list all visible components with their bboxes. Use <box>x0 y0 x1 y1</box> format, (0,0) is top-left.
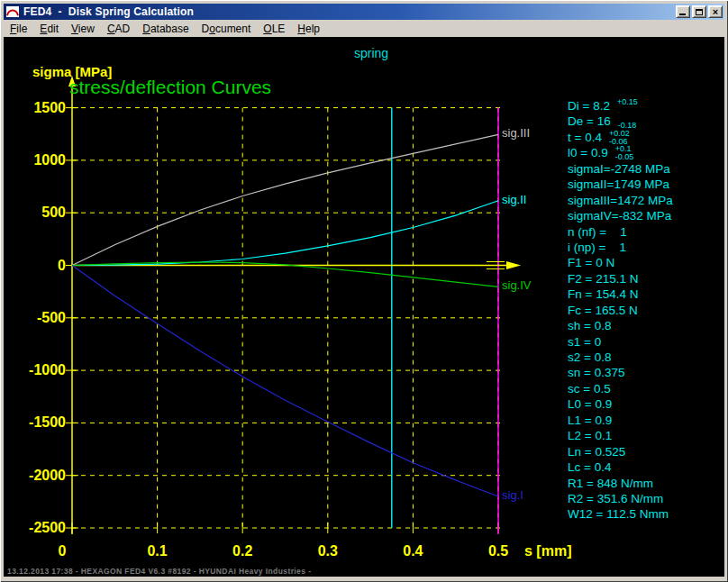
status-bar: 13.12.2013 17:38 - HEXAGON FED4 V6.3 #81… <box>7 567 311 576</box>
menu-item-view[interactable]: View <box>65 21 101 37</box>
minimize-icon <box>679 14 686 15</box>
menu-item-document[interactable]: Document <box>196 21 258 37</box>
panel-line: sigmaIV=-832 MPa <box>568 209 673 224</box>
panel-line: sigmaIII=1472 MPa <box>568 194 673 209</box>
panel-line: L0 = 0.9 <box>568 397 673 413</box>
panel-line: sigmaII=1749 MPa <box>568 177 673 193</box>
panel-line: s2 = 0.8 <box>568 350 673 366</box>
close-icon: × <box>713 7 718 17</box>
panel-line: sc = 0.5 <box>568 382 673 397</box>
maximize-icon <box>696 9 703 15</box>
close-button[interactable]: × <box>708 5 723 18</box>
maximize-button[interactable] <box>692 5 706 18</box>
menu-item-file[interactable]: File <box>4 21 33 37</box>
title-bar[interactable]: FED4 - Disk Spring Calculation × <box>4 4 724 20</box>
panel-line: Lc = 0.4 <box>568 460 673 476</box>
panel-line: l0 = 0.9+0.1-0.05 <box>568 146 673 161</box>
menu-item-cad[interactable]: CAD <box>101 21 136 37</box>
menu-item-database[interactable]: Database <box>136 21 195 37</box>
menu-bar: FileEditViewCADDatabaseDocumentOLEHelp <box>4 20 724 37</box>
panel-line: F1 = 0 N <box>568 256 673 271</box>
tolerance-value: +0.15 <box>617 98 638 114</box>
app-icon[interactable] <box>5 5 20 18</box>
tolerance-value: +0.1-0.05 <box>615 145 634 161</box>
panel-line: Di = 8.2+0.15 <box>568 99 673 114</box>
panel-line: sn = 0.375 <box>568 366 673 381</box>
panel-line: R2 = 351.6 N/mm <box>568 492 673 507</box>
panel-line: sigmaI=-2748 MPa <box>568 162 673 177</box>
panel-line: W12 = 112.5 Nmm <box>568 507 673 523</box>
panel-line: F2 = 215.1 N <box>568 272 673 287</box>
panel-line: sh = 0.8 <box>568 319 673 334</box>
menu-item-help[interactable]: Help <box>291 21 326 37</box>
tolerance-value: -0.18 <box>618 114 637 130</box>
panel-line: Fn = 154.4 N <box>568 287 673 303</box>
tolerance-value: +0.02-0.06 <box>609 130 630 146</box>
window-buttons: × <box>676 5 723 18</box>
panel-line: Ln = 0.525 <box>568 445 673 460</box>
panel-line: L1 = 0.9 <box>568 414 673 429</box>
window-title: FED4 - Disk Spring Calculation <box>23 5 194 18</box>
panel-line: R1 = 848 N/mm <box>568 477 673 492</box>
panel-line: Fc = 165.5 N <box>568 304 673 319</box>
panel-line: s1 = 0 <box>568 335 673 350</box>
panel-line: L2 = 0.1 <box>568 429 673 444</box>
minimize-button[interactable] <box>676 5 690 18</box>
app-window: FED4 - Disk Spring Calculation × FileEdi… <box>0 0 728 582</box>
result-panel: Di = 8.2+0.15 De = 16 -0.18t = 0.4+0.02-… <box>568 99 673 523</box>
panel-line: i (np) = 1 <box>568 241 673 256</box>
panel-line: n (nf) = 1 <box>568 225 673 241</box>
menu-item-ole[interactable]: OLE <box>257 21 291 37</box>
menu-item-edit[interactable]: Edit <box>33 21 65 37</box>
